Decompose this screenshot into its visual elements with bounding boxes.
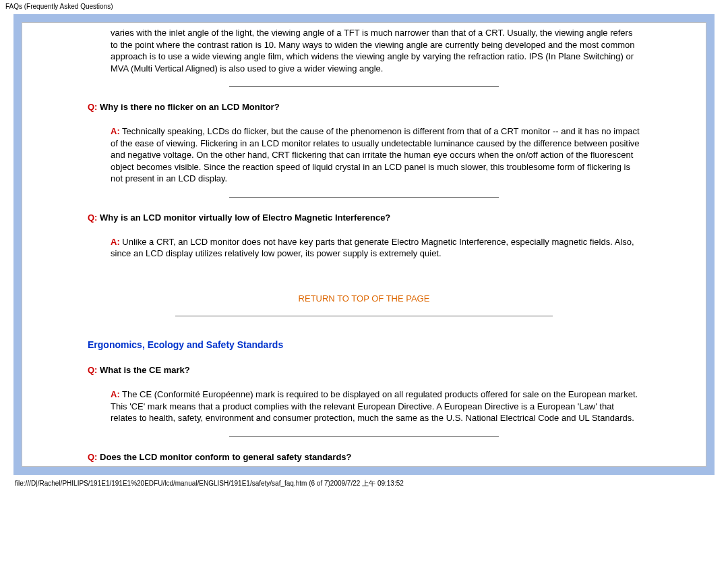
content-area: varies with the inlet angle of the light… (74, 27, 654, 462)
faq-answer-emi: A: Unlike a CRT, an LCD monitor does not… (111, 236, 640, 260)
q-label: Q: (88, 102, 97, 112)
outer-frame: varies with the inlet angle of the light… (13, 14, 715, 475)
q-text: Why is there no flicker on an LCD Monito… (97, 102, 279, 112)
divider (229, 197, 499, 198)
a-label: A: (111, 237, 120, 247)
q-text: Does the LCD monitor conform to general … (97, 452, 351, 462)
return-to-top-link[interactable]: RETURN TO TOP OF THE PAGE (299, 293, 430, 304)
a-text: Unlike a CRT, an LCD monitor does not ha… (111, 237, 634, 259)
faq-question-ce: Q: What is the CE mark? (88, 365, 640, 375)
intro-paragraph: varies with the inlet angle of the light… (111, 27, 640, 74)
divider (229, 86, 499, 87)
a-label: A: (111, 389, 120, 399)
page-header-title: FAQs (Frequently Asked Questions) (0, 0, 728, 13)
return-to-top: RETURN TO TOP OF THE PAGE (88, 293, 640, 304)
footer-path: file:///D|/Rachel/PHILIPS/191E1/191E1%20… (0, 475, 728, 492)
divider (229, 436, 499, 437)
q-text: What is the CE mark? (97, 365, 189, 375)
divider-wide (175, 316, 553, 316)
q-label: Q: (88, 452, 97, 462)
faq-answer-flicker: A: Technically speaking, LCDs do flicker… (111, 125, 640, 185)
q-text: Why is an LCD monitor virtually low of E… (97, 212, 390, 223)
faq-question-safety: Q: Does the LCD monitor conform to gener… (88, 452, 640, 462)
a-label: A: (111, 126, 120, 136)
section-heading-ergonomics: Ergonomics, Ecology and Safety Standards (88, 339, 640, 350)
q-label: Q: (88, 365, 97, 375)
a-text: Technically speaking, LCDs do flicker, b… (111, 126, 640, 183)
faq-question-flicker: Q: Why is there no flicker on an LCD Mon… (88, 102, 640, 112)
faq-question-emi: Q: Why is an LCD monitor virtually low o… (88, 212, 640, 223)
page-frame: varies with the inlet angle of the light… (22, 22, 706, 467)
a-text: The CE (Conformité Européenne) mark is r… (111, 389, 638, 423)
faq-answer-ce: A: The CE (Conformité Européenne) mark i… (111, 389, 640, 424)
q-label: Q: (88, 212, 97, 223)
